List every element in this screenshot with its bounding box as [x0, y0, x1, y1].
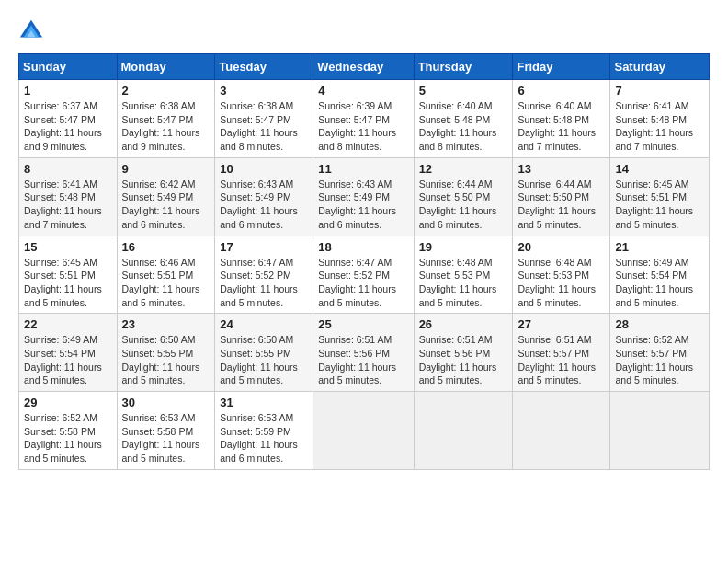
- calendar-day-16: 16Sunrise: 6:46 AMSunset: 5:51 PMDayligh…: [117, 236, 215, 314]
- header-saturday: Saturday: [610, 54, 710, 80]
- calendar-day-2: 2Sunrise: 6:38 AMSunset: 5:47 PMDaylight…: [117, 80, 215, 158]
- calendar-day-empty: [313, 392, 414, 470]
- calendar-day-10: 10Sunrise: 6:43 AMSunset: 5:49 PMDayligh…: [215, 157, 313, 236]
- calendar-week-5: 29Sunrise: 6:52 AMSunset: 5:58 PMDayligh…: [19, 392, 710, 470]
- calendar-week-3: 15Sunrise: 6:45 AMSunset: 5:51 PMDayligh…: [19, 236, 710, 314]
- calendar-day-21: 21Sunrise: 6:49 AMSunset: 5:54 PMDayligh…: [610, 236, 710, 314]
- calendar-day-17: 17Sunrise: 6:47 AMSunset: 5:52 PMDayligh…: [215, 236, 313, 314]
- calendar-day-19: 19Sunrise: 6:48 AMSunset: 5:53 PMDayligh…: [414, 236, 513, 314]
- calendar-day-13: 13Sunrise: 6:44 AMSunset: 5:50 PMDayligh…: [513, 157, 610, 236]
- calendar-day-25: 25Sunrise: 6:51 AMSunset: 5:56 PMDayligh…: [313, 314, 414, 392]
- calendar-day-27: 27Sunrise: 6:51 AMSunset: 5:57 PMDayligh…: [513, 314, 610, 392]
- calendar-day-22: 22Sunrise: 6:49 AMSunset: 5:54 PMDayligh…: [19, 314, 118, 392]
- calendar-day-29: 29Sunrise: 6:52 AMSunset: 5:58 PMDayligh…: [19, 392, 118, 470]
- header-thursday: Thursday: [414, 54, 513, 80]
- calendar-day-24: 24Sunrise: 6:50 AMSunset: 5:55 PMDayligh…: [215, 314, 313, 392]
- calendar-day-18: 18Sunrise: 6:47 AMSunset: 5:52 PMDayligh…: [313, 236, 414, 314]
- calendar-day-3: 3Sunrise: 6:38 AMSunset: 5:47 PMDaylight…: [215, 80, 313, 158]
- calendar-day-11: 11Sunrise: 6:43 AMSunset: 5:49 PMDayligh…: [313, 157, 414, 236]
- calendar-day-23: 23Sunrise: 6:50 AMSunset: 5:55 PMDayligh…: [117, 314, 215, 392]
- calendar-day-empty: [414, 392, 513, 470]
- calendar-day-9: 9Sunrise: 6:42 AMSunset: 5:49 PMDaylight…: [117, 157, 215, 236]
- calendar-day-14: 14Sunrise: 6:45 AMSunset: 5:51 PMDayligh…: [610, 157, 710, 236]
- page-header: [18, 18, 710, 44]
- calendar-day-empty: [610, 392, 710, 470]
- calendar-day-15: 15Sunrise: 6:45 AMSunset: 5:51 PMDayligh…: [19, 236, 118, 314]
- calendar-day-30: 30Sunrise: 6:53 AMSunset: 5:58 PMDayligh…: [117, 392, 215, 470]
- calendar-day-8: 8Sunrise: 6:41 AMSunset: 5:48 PMDaylight…: [19, 157, 118, 236]
- calendar-week-2: 8Sunrise: 6:41 AMSunset: 5:48 PMDaylight…: [19, 157, 710, 236]
- calendar-week-1: 1Sunrise: 6:37 AMSunset: 5:47 PMDaylight…: [19, 80, 710, 158]
- calendar-day-6: 6Sunrise: 6:40 AMSunset: 5:48 PMDaylight…: [513, 80, 610, 158]
- calendar-day-4: 4Sunrise: 6:39 AMSunset: 5:47 PMDaylight…: [313, 80, 414, 158]
- calendar-table: SundayMondayTuesdayWednesdayThursdayFrid…: [18, 53, 710, 470]
- calendar-day-7: 7Sunrise: 6:41 AMSunset: 5:48 PMDaylight…: [610, 80, 710, 158]
- calendar-day-26: 26Sunrise: 6:51 AMSunset: 5:56 PMDayligh…: [414, 314, 513, 392]
- calendar-day-31: 31Sunrise: 6:53 AMSunset: 5:59 PMDayligh…: [215, 392, 313, 470]
- calendar-day-5: 5Sunrise: 6:40 AMSunset: 5:48 PMDaylight…: [414, 80, 513, 158]
- header-monday: Monday: [117, 54, 215, 80]
- calendar-day-20: 20Sunrise: 6:48 AMSunset: 5:53 PMDayligh…: [513, 236, 610, 314]
- calendar-day-12: 12Sunrise: 6:44 AMSunset: 5:50 PMDayligh…: [414, 157, 513, 236]
- calendar-day-28: 28Sunrise: 6:52 AMSunset: 5:57 PMDayligh…: [610, 314, 710, 392]
- logo: [18, 18, 48, 44]
- logo-icon: [18, 18, 44, 44]
- calendar-header-row: SundayMondayTuesdayWednesdayThursdayFrid…: [19, 54, 710, 80]
- header-wednesday: Wednesday: [313, 54, 414, 80]
- header-sunday: Sunday: [19, 54, 118, 80]
- header-friday: Friday: [513, 54, 610, 80]
- calendar-week-4: 22Sunrise: 6:49 AMSunset: 5:54 PMDayligh…: [19, 314, 710, 392]
- calendar-day-empty: [513, 392, 610, 470]
- header-tuesday: Tuesday: [215, 54, 313, 80]
- calendar-day-1: 1Sunrise: 6:37 AMSunset: 5:47 PMDaylight…: [19, 80, 118, 158]
